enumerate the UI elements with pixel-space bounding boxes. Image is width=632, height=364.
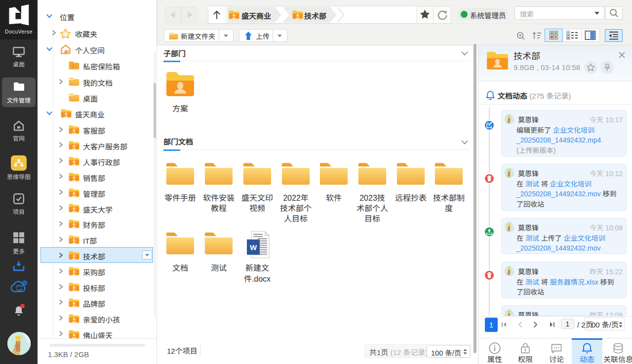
svg-text:W: W <box>250 243 257 252</box>
